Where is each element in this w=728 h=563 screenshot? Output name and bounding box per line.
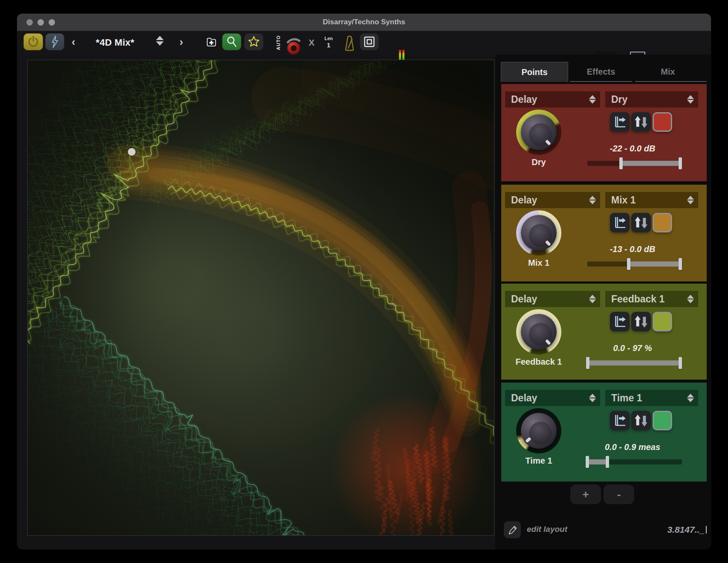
metronome-icon [342, 35, 357, 52]
edit-layout-button[interactable] [504, 521, 521, 538]
length-control[interactable]: Len 1 [321, 36, 336, 49]
color-swatch-button[interactable] [653, 112, 672, 132]
power-button[interactable] [23, 33, 43, 50]
tab-mix[interactable]: Mix [636, 62, 700, 81]
tab-effects[interactable]: Effects [570, 62, 632, 81]
favorite-button[interactable] [244, 33, 263, 50]
snap-axis-button[interactable] [610, 411, 630, 430]
slider-handle-min[interactable] [627, 258, 630, 270]
next-preset-button[interactable]: › [179, 36, 183, 47]
param-card-feedback1: Delay Feedback 1 Feedback 1 [501, 284, 707, 380]
bypass-button[interactable] [45, 33, 64, 50]
power-icon [26, 35, 40, 49]
invert-range-button[interactable] [631, 312, 651, 331]
prev-preset-button[interactable]: ‹ [72, 36, 75, 47]
chevron-updown-icon [687, 95, 694, 104]
range-readout: -22 - 0.0 dB [590, 144, 675, 154]
param-knob[interactable] [516, 210, 561, 255]
param-card-mix1: Delay Mix 1 Mix 1 [501, 185, 707, 282]
len-label: Len [321, 36, 336, 41]
color-swatch-button[interactable] [653, 213, 672, 232]
browse-presets-button[interactable] [222, 33, 241, 50]
param-select[interactable]: Dry [605, 91, 698, 107]
star-icon [247, 34, 260, 50]
param-knob[interactable] [516, 110, 561, 155]
add-point-button[interactable]: + [570, 485, 601, 504]
fullscreen-button[interactable] [360, 33, 379, 50]
knob-label: Feedback 1 [501, 357, 576, 367]
module-select-label: Delay [511, 94, 589, 105]
range-slider[interactable] [587, 357, 682, 369]
version-cursor [706, 526, 707, 534]
up-down-arrows-icon [633, 412, 650, 429]
slider-track [587, 161, 682, 166]
slider-track [587, 360, 682, 366]
invert-range-button[interactable] [631, 112, 651, 132]
knob-pointer [545, 240, 551, 246]
lightning-icon [48, 35, 61, 49]
color-swatch-button[interactable] [653, 411, 672, 430]
visualizer-canvas[interactable] [28, 60, 494, 535]
param-select[interactable]: Mix 1 [605, 192, 698, 208]
chevron-updown-icon [589, 196, 596, 204]
slider-handle-max[interactable] [679, 357, 682, 369]
range-slider[interactable] [587, 157, 682, 169]
auto-knob[interactable] [283, 36, 305, 60]
pencil-icon [506, 524, 518, 536]
color-swatch-button[interactable] [653, 312, 672, 331]
range-slider[interactable] [587, 258, 682, 270]
slider-handle-max[interactable] [606, 456, 609, 468]
invert-range-button[interactable] [631, 213, 651, 232]
preset-list-icon[interactable] [156, 36, 164, 46]
xy-visualizer[interactable] [27, 60, 494, 536]
tab-divider [635, 81, 707, 82]
save-preset-button[interactable] [203, 33, 220, 50]
param-select-label: Mix 1 [611, 194, 687, 206]
preset-name[interactable]: *4D Mix* [85, 37, 145, 48]
snap-axis-button[interactable] [610, 213, 630, 232]
knob-label: Dry [501, 157, 576, 167]
chevron-updown-icon [687, 196, 694, 204]
param-select[interactable]: Time 1 [605, 390, 698, 406]
title-bar[interactable]: Disarray/Techno Synths [17, 14, 711, 31]
window-title: Disarray/Techno Synths [17, 14, 711, 31]
param-knob[interactable] [516, 408, 561, 453]
slider-handle-min[interactable] [586, 456, 589, 468]
remove-point-button[interactable]: - [604, 485, 634, 504]
invert-range-button[interactable] [631, 411, 651, 430]
knob-pointer [545, 139, 551, 145]
slider-handle-min[interactable] [619, 157, 623, 169]
chevron-updown-icon [589, 394, 596, 402]
snap-axis-button[interactable] [610, 112, 630, 132]
folder-plus-icon [205, 34, 217, 49]
param-knob[interactable] [516, 309, 561, 354]
tab-divider [570, 81, 632, 82]
module-select[interactable]: Delay [505, 291, 600, 307]
snap-axis-button[interactable] [610, 312, 630, 331]
chevron-updown-icon [687, 295, 694, 303]
slider-handle-min[interactable] [586, 357, 589, 369]
module-select[interactable]: Delay [505, 192, 600, 208]
module-select[interactable]: Delay [505, 390, 600, 406]
chevron-updown-icon [589, 95, 596, 104]
clear-automation-button[interactable]: X [309, 38, 315, 48]
chevron-updown-icon [589, 295, 596, 303]
edit-layout-label[interactable]: edit layout [527, 525, 567, 534]
frame-icon [363, 35, 376, 49]
module-select[interactable]: Delay [505, 91, 600, 107]
slider-handle-max[interactable] [679, 157, 682, 169]
slider-track [587, 459, 682, 464]
metronome-button[interactable] [342, 35, 357, 53]
module-select-label: Delay [511, 293, 589, 305]
tab-points[interactable]: Points [501, 62, 568, 82]
up-down-arrows-icon [633, 313, 650, 330]
slider-track [587, 261, 682, 267]
module-select-label: Delay [511, 392, 589, 404]
range-readout: 0.0 - 97 % [590, 343, 675, 353]
up-down-arrows-icon [633, 113, 650, 131]
slider-handle-max[interactable] [679, 258, 682, 270]
range-slider[interactable] [587, 456, 682, 468]
len-value: 1 [321, 41, 336, 49]
param-select[interactable]: Feedback 1 [605, 291, 698, 307]
axis-arrow-icon [611, 313, 628, 330]
